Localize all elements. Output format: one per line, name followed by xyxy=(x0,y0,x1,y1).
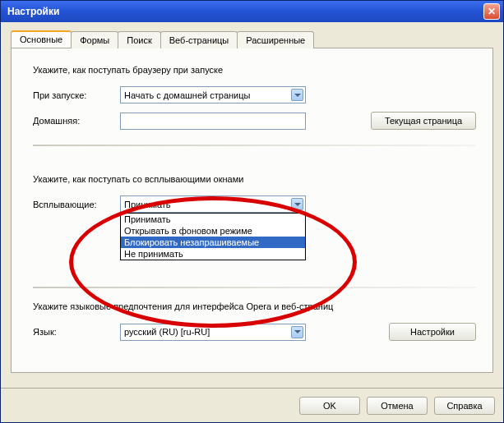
help-button[interactable]: Справка xyxy=(434,397,495,415)
popups-select[interactable]: Принимать xyxy=(120,195,306,213)
tab-search[interactable]: Поиск xyxy=(118,31,160,48)
home-label: Домашняя: xyxy=(33,116,120,126)
popups-value: Принимать xyxy=(124,200,291,209)
language-settings-button[interactable]: Настройки xyxy=(389,323,476,341)
divider xyxy=(33,145,476,146)
chevron-down-icon xyxy=(291,326,303,338)
popups-option[interactable]: Принимать xyxy=(121,214,305,225)
tab-main[interactable]: Основные xyxy=(11,30,72,48)
popups-option[interactable]: Блокировать незапрашиваемые xyxy=(121,237,305,248)
startup-section-label: Укажите, как поступать браузеру при запу… xyxy=(33,65,476,75)
popups-dropdown[interactable]: Принимать Открывать в фоновом режиме Бло… xyxy=(120,213,306,260)
window-title: Настройки xyxy=(7,6,483,17)
language-select[interactable]: русский (RU) [ru-RU] xyxy=(120,324,306,341)
settings-window: Настройки ✕ Основные Формы Поиск Веб-стр… xyxy=(0,0,504,423)
popups-option[interactable]: Открывать в фоновом режиме xyxy=(121,225,305,237)
ok-button[interactable]: OK xyxy=(299,397,360,415)
tab-forms[interactable]: Формы xyxy=(71,31,118,48)
titlebar: Настройки ✕ xyxy=(1,1,503,22)
home-input[interactable] xyxy=(120,113,306,130)
on-start-label: При запуске: xyxy=(33,90,120,100)
language-value: русский (RU) [ru-RU] xyxy=(124,327,291,337)
language-label: Язык: xyxy=(33,327,120,337)
chevron-down-icon xyxy=(291,89,303,101)
tab-panel-main: Укажите, как поступать браузеру при запу… xyxy=(11,48,493,373)
divider xyxy=(33,287,476,288)
content-area: Основные Формы Поиск Веб-страницы Расшир… xyxy=(1,22,503,388)
popups-option[interactable]: Не принимать xyxy=(121,248,305,260)
tab-webpages[interactable]: Веб-страницы xyxy=(160,31,238,48)
popups-label: Всплывающие: xyxy=(33,200,120,209)
chevron-down-icon xyxy=(291,198,303,210)
tab-advanced[interactable]: Расширенные xyxy=(237,31,314,48)
on-start-select[interactable]: Начать с домашней страницы xyxy=(120,86,306,103)
tabs-bar: Основные Формы Поиск Веб-страницы Расшир… xyxy=(11,30,493,48)
dialog-footer: OK Отмена Справка xyxy=(1,388,503,422)
cancel-button[interactable]: Отмена xyxy=(367,397,428,415)
close-icon[interactable]: ✕ xyxy=(483,3,500,20)
popups-section-label: Укажите, как поступать со всплывающими о… xyxy=(33,174,476,184)
language-section-label: Укажите языковые предпочтения для интерф… xyxy=(33,301,476,311)
on-start-value: Начать с домашней страницы xyxy=(124,90,291,100)
current-page-button[interactable]: Текущая страница xyxy=(371,112,476,130)
